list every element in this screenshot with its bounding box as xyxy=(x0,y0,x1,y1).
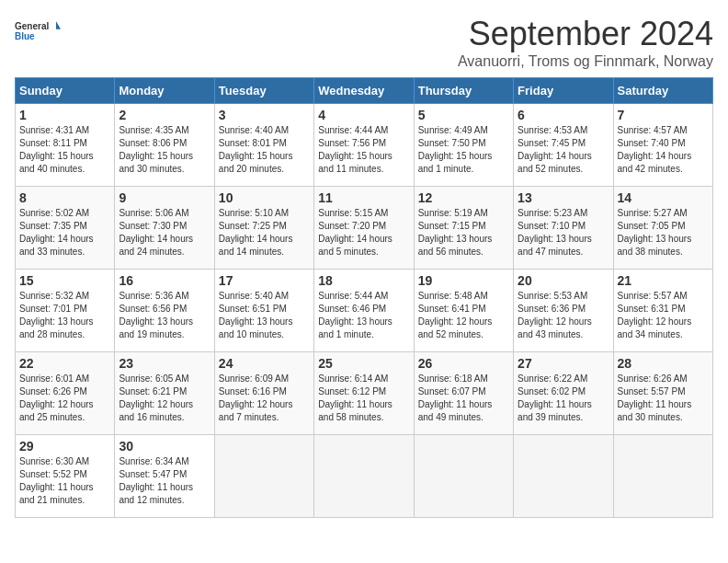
page-header: General Blue September 2024 Avanuorri, T… xyxy=(15,15,713,70)
weekday-header-monday: Monday xyxy=(115,78,214,104)
day-number: 30 xyxy=(119,439,210,454)
calendar-cell xyxy=(414,435,513,518)
day-detail: Sunrise: 6:34 AMSunset: 5:47 PMDaylight:… xyxy=(119,455,210,507)
calendar-cell: 3Sunrise: 4:40 AMSunset: 8:01 PMDaylight… xyxy=(214,104,313,187)
day-detail: Sunrise: 5:19 AMSunset: 7:15 PMDaylight:… xyxy=(418,207,509,259)
day-number: 19 xyxy=(418,273,509,288)
calendar-cell xyxy=(214,435,313,518)
calendar-table: SundayMondayTuesdayWednesdayThursdayFrid… xyxy=(15,77,713,518)
calendar-cell: 14Sunrise: 5:27 AMSunset: 7:05 PMDayligh… xyxy=(613,187,712,270)
day-number: 28 xyxy=(618,356,709,371)
day-number: 23 xyxy=(119,356,210,371)
day-number: 13 xyxy=(518,190,609,205)
day-detail: Sunrise: 5:10 AMSunset: 7:25 PMDaylight:… xyxy=(219,207,310,259)
weekday-header-saturday: Saturday xyxy=(613,78,712,104)
calendar-cell: 1Sunrise: 4:31 AMSunset: 8:11 PMDaylight… xyxy=(16,104,115,187)
day-detail: Sunrise: 5:57 AMSunset: 6:31 PMDaylight:… xyxy=(618,290,709,341)
day-detail: Sunrise: 5:53 AMSunset: 6:36 PMDaylight:… xyxy=(518,290,609,341)
day-number: 1 xyxy=(19,108,110,122)
day-detail: Sunrise: 6:05 AMSunset: 6:21 PMDaylight:… xyxy=(119,373,210,424)
day-detail: Sunrise: 4:49 AMSunset: 7:50 PMDaylight:… xyxy=(418,124,509,176)
calendar-cell: 13Sunrise: 5:23 AMSunset: 7:10 PMDayligh… xyxy=(514,187,613,270)
weekday-header-thursday: Thursday xyxy=(414,78,513,104)
weekday-header-sunday: Sunday xyxy=(16,78,115,104)
calendar-cell xyxy=(314,435,414,518)
logo: General Blue xyxy=(15,15,61,52)
calendar-cell: 25Sunrise: 6:14 AMSunset: 6:12 PMDayligh… xyxy=(314,352,414,435)
calendar-cell xyxy=(613,435,712,518)
day-number: 5 xyxy=(418,108,509,122)
day-detail: Sunrise: 5:32 AMSunset: 7:01 PMDaylight:… xyxy=(19,290,110,341)
calendar-cell: 20Sunrise: 5:53 AMSunset: 6:36 PMDayligh… xyxy=(514,270,613,352)
calendar-cell: 9Sunrise: 5:06 AMSunset: 7:30 PMDaylight… xyxy=(115,187,214,270)
title-block: September 2024 Avanuorri, Troms og Finnm… xyxy=(458,15,713,70)
day-number: 25 xyxy=(318,356,409,371)
day-detail: Sunrise: 5:02 AMSunset: 7:35 PMDaylight:… xyxy=(19,207,110,259)
day-detail: Sunrise: 6:09 AMSunset: 6:16 PMDaylight:… xyxy=(219,373,310,424)
calendar-cell: 8Sunrise: 5:02 AMSunset: 7:35 PMDaylight… xyxy=(16,187,115,270)
location-subtitle: Avanuorri, Troms og Finnmark, Norway xyxy=(458,53,713,70)
svg-text:General: General xyxy=(15,21,49,31)
day-detail: Sunrise: 4:57 AMSunset: 7:40 PMDaylight:… xyxy=(618,124,709,176)
calendar-cell: 30Sunrise: 6:34 AMSunset: 5:47 PMDayligh… xyxy=(115,435,214,518)
day-number: 22 xyxy=(19,356,110,371)
calendar-cell: 17Sunrise: 5:40 AMSunset: 6:51 PMDayligh… xyxy=(214,270,313,352)
day-detail: Sunrise: 5:06 AMSunset: 7:30 PMDaylight:… xyxy=(119,207,210,259)
day-detail: Sunrise: 4:31 AMSunset: 8:11 PMDaylight:… xyxy=(19,124,110,176)
day-number: 10 xyxy=(219,190,310,205)
day-detail: Sunrise: 5:36 AMSunset: 6:56 PMDaylight:… xyxy=(119,290,210,341)
calendar-cell: 4Sunrise: 4:44 AMSunset: 7:56 PMDaylight… xyxy=(314,104,414,187)
day-detail: Sunrise: 6:18 AMSunset: 6:07 PMDaylight:… xyxy=(418,373,509,424)
calendar-cell: 22Sunrise: 6:01 AMSunset: 6:26 PMDayligh… xyxy=(16,352,115,435)
day-detail: Sunrise: 5:23 AMSunset: 7:10 PMDaylight:… xyxy=(518,207,609,259)
day-number: 21 xyxy=(618,273,709,288)
day-number: 15 xyxy=(19,273,110,288)
day-number: 17 xyxy=(219,273,310,288)
day-number: 29 xyxy=(19,439,110,454)
calendar-week-4: 22Sunrise: 6:01 AMSunset: 6:26 PMDayligh… xyxy=(16,352,713,435)
svg-marker-2 xyxy=(56,21,61,29)
day-number: 16 xyxy=(119,273,210,288)
calendar-cell: 24Sunrise: 6:09 AMSunset: 6:16 PMDayligh… xyxy=(214,352,313,435)
day-detail: Sunrise: 4:44 AMSunset: 7:56 PMDaylight:… xyxy=(318,124,409,176)
day-detail: Sunrise: 4:53 AMSunset: 7:45 PMDaylight:… xyxy=(518,124,609,176)
calendar-cell: 15Sunrise: 5:32 AMSunset: 7:01 PMDayligh… xyxy=(16,270,115,352)
calendar-week-5: 29Sunrise: 6:30 AMSunset: 5:52 PMDayligh… xyxy=(16,435,713,518)
day-number: 2 xyxy=(119,108,210,122)
day-number: 6 xyxy=(518,108,609,122)
calendar-cell: 2Sunrise: 4:35 AMSunset: 8:06 PMDaylight… xyxy=(115,104,214,187)
day-detail: Sunrise: 4:40 AMSunset: 8:01 PMDaylight:… xyxy=(219,124,310,176)
calendar-cell: 12Sunrise: 5:19 AMSunset: 7:15 PMDayligh… xyxy=(414,187,513,270)
calendar-cell: 6Sunrise: 4:53 AMSunset: 7:45 PMDaylight… xyxy=(514,104,613,187)
day-detail: Sunrise: 6:22 AMSunset: 6:02 PMDaylight:… xyxy=(518,373,609,424)
day-detail: Sunrise: 6:01 AMSunset: 6:26 PMDaylight:… xyxy=(19,373,110,424)
calendar-week-1: 1Sunrise: 4:31 AMSunset: 8:11 PMDaylight… xyxy=(16,104,713,187)
calendar-cell: 27Sunrise: 6:22 AMSunset: 6:02 PMDayligh… xyxy=(514,352,613,435)
weekday-header-tuesday: Tuesday xyxy=(214,78,313,104)
day-number: 4 xyxy=(318,108,409,122)
day-number: 26 xyxy=(418,356,509,371)
svg-text:Blue: Blue xyxy=(15,31,35,41)
day-number: 9 xyxy=(119,190,210,205)
calendar-cell: 10Sunrise: 5:10 AMSunset: 7:25 PMDayligh… xyxy=(214,187,313,270)
calendar-cell: 21Sunrise: 5:57 AMSunset: 6:31 PMDayligh… xyxy=(613,270,712,352)
day-detail: Sunrise: 6:14 AMSunset: 6:12 PMDaylight:… xyxy=(318,373,409,424)
weekday-header-friday: Friday xyxy=(514,78,613,104)
day-detail: Sunrise: 6:26 AMSunset: 5:57 PMDaylight:… xyxy=(618,373,709,424)
day-detail: Sunrise: 5:40 AMSunset: 6:51 PMDaylight:… xyxy=(219,290,310,341)
day-number: 18 xyxy=(318,273,409,288)
calendar-cell: 23Sunrise: 6:05 AMSunset: 6:21 PMDayligh… xyxy=(115,352,214,435)
day-detail: Sunrise: 5:27 AMSunset: 7:05 PMDaylight:… xyxy=(618,207,709,259)
weekday-header-row: SundayMondayTuesdayWednesdayThursdayFrid… xyxy=(16,78,713,104)
calendar-cell: 5Sunrise: 4:49 AMSunset: 7:50 PMDaylight… xyxy=(414,104,513,187)
day-number: 12 xyxy=(418,190,509,205)
calendar-cell: 28Sunrise: 6:26 AMSunset: 5:57 PMDayligh… xyxy=(613,352,712,435)
calendar-cell: 26Sunrise: 6:18 AMSunset: 6:07 PMDayligh… xyxy=(414,352,513,435)
day-detail: Sunrise: 5:44 AMSunset: 6:46 PMDaylight:… xyxy=(318,290,409,341)
calendar-cell: 11Sunrise: 5:15 AMSunset: 7:20 PMDayligh… xyxy=(314,187,414,270)
day-number: 8 xyxy=(19,190,110,205)
calendar-cell: 16Sunrise: 5:36 AMSunset: 6:56 PMDayligh… xyxy=(115,270,214,352)
calendar-week-2: 8Sunrise: 5:02 AMSunset: 7:35 PMDaylight… xyxy=(16,187,713,270)
day-number: 20 xyxy=(518,273,609,288)
day-number: 14 xyxy=(618,190,709,205)
